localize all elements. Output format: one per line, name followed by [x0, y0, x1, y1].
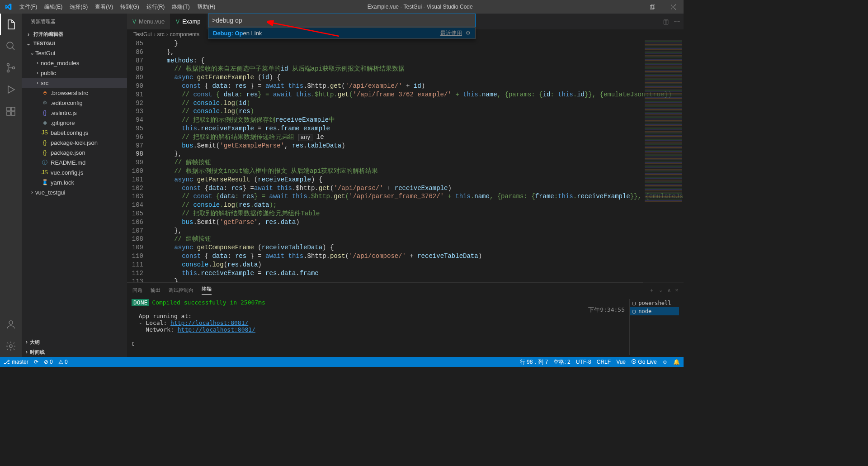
svg-point-8: [7, 70, 9, 72]
file-row[interactable]: 🧵yarn.lock: [22, 177, 127, 187]
timeline-section[interactable]: ›时间线: [22, 347, 127, 357]
file-icon: ⚙: [41, 100, 49, 106]
tree-label: node_modules: [41, 60, 79, 67]
terminal-icon: ▢: [632, 308, 636, 314]
terminal-item-node[interactable]: ▢node: [630, 307, 679, 315]
terminal-time: 下午9:34:55: [588, 306, 625, 314]
terminal-cursor: ▯: [132, 340, 629, 347]
terminal-icon: ▢: [632, 300, 636, 306]
folder-row[interactable]: ›vue_testgui: [22, 187, 127, 197]
close-button[interactable]: [663, 0, 684, 14]
extensions-icon[interactable]: [0, 100, 22, 122]
error-count[interactable]: ⊘ 0: [44, 359, 53, 365]
cursor-position[interactable]: 行 98，列 7: [520, 358, 548, 366]
file-row[interactable]: ⬘.browserslistrc: [22, 88, 127, 98]
tab-menu-vue[interactable]: VMenu.vue: [127, 14, 170, 29]
menu-terminal[interactable]: 终端(T): [168, 0, 193, 14]
file-row[interactable]: ◆.gitignore: [22, 118, 127, 128]
command-palette-input[interactable]: [208, 14, 476, 27]
gear-icon[interactable]: ⚙: [466, 30, 471, 36]
svg-point-5: [7, 42, 13, 48]
file-tree: ⌄TestGui›node_modules›public›src⬘.browse…: [22, 48, 127, 197]
folder-row[interactable]: ›src: [22, 78, 127, 88]
tree-label: babel.config.js: [51, 129, 88, 136]
local-url-link[interactable]: http://localhost:8081/: [170, 319, 248, 326]
menu-selection[interactable]: 选择(S): [66, 0, 91, 14]
file-row[interactable]: JSvue.config.js: [22, 167, 127, 177]
maximize-button[interactable]: [642, 0, 663, 14]
sync-status[interactable]: ⟳: [34, 359, 38, 365]
minimize-button[interactable]: [621, 0, 642, 14]
file-row[interactable]: {}package.json: [22, 147, 127, 157]
menu-view[interactable]: 查看(V): [91, 0, 117, 14]
svg-point-15: [9, 345, 12, 347]
terminal[interactable]: DONECompiled successfully in 25007ms 下午9…: [127, 297, 684, 357]
menu-file[interactable]: 文件(F): [16, 0, 41, 14]
terminal-item-powershell[interactable]: ▢powershell: [630, 299, 679, 307]
panel-tab-output[interactable]: 输出: [151, 287, 160, 294]
tree-label: package-lock.json: [51, 139, 98, 146]
file-row[interactable]: ⚙.editorconfig: [22, 98, 127, 108]
encoding-status[interactable]: UTF-8: [576, 359, 591, 365]
feedback-icon[interactable]: ☺: [662, 359, 668, 365]
menu-run[interactable]: 运行(R): [143, 0, 169, 14]
open-editors-section[interactable]: ›打开的编辑器: [22, 29, 127, 39]
svg-rect-13: [11, 112, 15, 115]
folder-row[interactable]: ›node_modules: [22, 58, 127, 68]
editor-area: VMenu.vue VExamp ◫ ⋯ TestGui› src› compo…: [127, 14, 684, 357]
search-icon[interactable]: [0, 35, 22, 57]
svg-point-14: [9, 321, 13, 324]
panel-tab-debug-console[interactable]: 调试控制台: [169, 287, 193, 294]
branch-status[interactable]: ⎇ master: [4, 359, 28, 365]
done-badge: DONE: [132, 299, 149, 306]
tab-example-vue[interactable]: VExamp: [170, 14, 206, 29]
language-mode[interactable]: Vue: [616, 359, 626, 365]
tree-label: .editorconfig: [51, 100, 83, 106]
explorer-icon[interactable]: [0, 14, 22, 35]
file-icon: ⓘ: [41, 159, 49, 166]
settings-gear-icon[interactable]: [0, 335, 22, 357]
accounts-icon[interactable]: [0, 314, 22, 335]
file-icon: ⬘: [41, 90, 49, 96]
outline-section[interactable]: ›大纲: [22, 337, 127, 347]
command-palette-result[interactable]: Debug: Open Link 最近使用 ⚙: [208, 28, 475, 38]
tree-label: .eslintrc.js: [51, 109, 77, 116]
vscode-logo-icon: [0, 3, 16, 10]
network-url-link[interactable]: http://localhost:8081/: [178, 326, 255, 333]
sidebar-header: 资源管理器 ⋯: [22, 14, 127, 29]
source-control-icon[interactable]: [0, 57, 22, 79]
notifications-icon[interactable]: 🔔: [673, 359, 680, 365]
tree-label: .gitignore: [51, 119, 75, 126]
run-debug-icon[interactable]: [0, 79, 22, 100]
panel-tab-problems[interactable]: 问题: [132, 287, 142, 294]
file-row[interactable]: {}package-lock.json: [22, 138, 127, 147]
warning-count[interactable]: ⚠ 0: [58, 359, 68, 365]
eol-status[interactable]: CRLF: [597, 359, 611, 365]
more-icon[interactable]: ⋯: [117, 19, 122, 24]
svg-rect-10: [7, 107, 10, 111]
code-editor[interactable]: 8586878889909192939495969798991001011021…: [127, 39, 684, 282]
menu-help[interactable]: 帮助(H): [193, 0, 219, 14]
panel-tab-terminal[interactable]: 终端: [202, 285, 212, 295]
file-icon: {}: [41, 149, 49, 156]
tree-label: src: [41, 80, 48, 86]
tab-more-icon[interactable]: ⋯: [674, 18, 680, 25]
menu-edit[interactable]: 编辑(E): [41, 0, 66, 14]
go-live-button[interactable]: ⦿ Go Live: [631, 359, 657, 365]
file-icon: JS: [41, 169, 49, 176]
svg-rect-12: [7, 112, 10, 115]
tree-label: package.json: [51, 149, 85, 156]
split-editor-icon[interactable]: ◫: [663, 18, 669, 25]
menu-go[interactable]: 转到(G): [117, 0, 142, 14]
file-row[interactable]: JSbabel.config.js: [22, 128, 127, 138]
file-row[interactable]: ⓘREADME.md: [22, 157, 127, 167]
sidebar-title: 资源管理器: [31, 18, 56, 25]
svg-point-9: [13, 67, 15, 69]
panel: 问题 输出 调试控制台 终端 ＋ ⌄ ∧ × DONECompiled succ…: [127, 282, 684, 357]
indentation-status[interactable]: 空格: 2: [553, 358, 570, 366]
file-row[interactable]: {}.eslintrc.js: [22, 108, 127, 118]
folder-row[interactable]: ⌄TestGui: [22, 48, 127, 58]
folder-row[interactable]: ›public: [22, 68, 127, 78]
recently-used-label: 最近使用: [440, 29, 462, 37]
workspace-section[interactable]: ⌄TESTGUI: [22, 39, 127, 48]
